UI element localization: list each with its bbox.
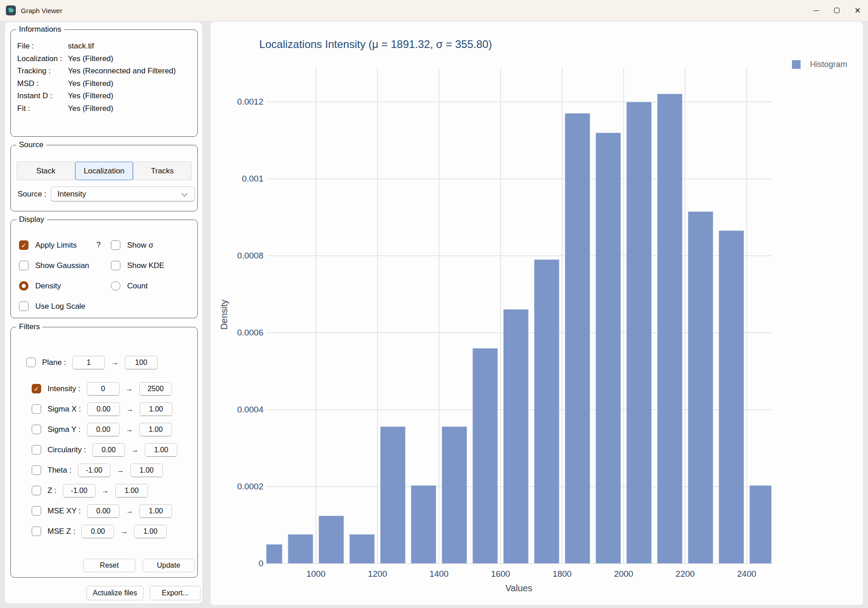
apply-limits-checkbox[interactable]: ✓ — [19, 240, 29, 250]
chart-title: Localizations Intensity (μ = 1891.32, σ … — [210, 38, 541, 51]
plane-min-input[interactable] — [72, 356, 105, 369]
msez-min-input[interactable] — [81, 525, 114, 538]
source-dropdown[interactable]: Intensity — [51, 187, 195, 201]
maximize-button[interactable] — [826, 0, 847, 21]
apply-limits-option[interactable]: ✓ Apply Limits — [19, 240, 77, 250]
source-select-label: Source : — [18, 187, 46, 201]
sigmax-max-input[interactable] — [140, 402, 172, 416]
intensity-min-input[interactable] — [87, 382, 119, 396]
sigmax-filter-label: Sigma X : — [48, 405, 81, 414]
range-arrow: → — [111, 359, 119, 367]
maximize-icon — [834, 8, 839, 13]
filters-group-title: Filters — [16, 322, 43, 331]
theta-min-input[interactable] — [78, 464, 110, 477]
msexy-filter-checkbox[interactable]: ✓ — [32, 506, 41, 516]
info-row-label: MSD : — [17, 77, 68, 90]
intensity-filter-checkbox[interactable]: ✓ — [32, 384, 41, 393]
circularity-max-input[interactable] — [145, 443, 177, 457]
histogram-bar — [534, 259, 559, 564]
show-gaussian-checkbox[interactable]: ✓ — [19, 261, 29, 270]
count-option[interactable]: Count — [111, 281, 148, 291]
window-controls: ✕ — [806, 0, 868, 21]
apply-limits-help[interactable]: ? — [96, 240, 100, 249]
filter-row-msexy: ✓MSE XY :→ — [32, 504, 172, 518]
display-group: Display ✓ Apply Limits ? ✓ Show σ ✓ Show… — [10, 220, 198, 318]
histogram-bar — [688, 211, 713, 564]
z-min-input[interactable] — [63, 484, 95, 498]
histogram-bar — [749, 485, 772, 564]
use-log-scale-label: Use Log Scale — [35, 302, 86, 311]
show-sigma-label: Show σ — [127, 241, 153, 250]
circularity-filter-checkbox[interactable]: ✓ — [32, 445, 41, 455]
gridline-x-1000 — [315, 68, 316, 564]
show-gaussian-option[interactable]: ✓ Show Gaussian — [19, 261, 89, 270]
show-kde-option[interactable]: ✓ Show KDE — [111, 261, 164, 270]
informations-group-title: Informations — [16, 25, 64, 34]
sigmay-min-input[interactable] — [87, 423, 119, 436]
msez-filter-checkbox[interactable]: ✓ — [32, 527, 41, 536]
filter-row-z: ✓Z :→ — [32, 484, 148, 498]
sigmax-min-input[interactable] — [87, 402, 120, 416]
window-title: Graph Viewer — [21, 7, 62, 14]
use-log-scale-checkbox[interactable]: ✓ — [19, 302, 29, 311]
update-button[interactable]: Update — [143, 559, 195, 572]
info-row-value: stack.tif — [68, 40, 94, 53]
filter-row-sigmay: ✓Sigma Y :→ — [32, 422, 172, 436]
theta-filter-checkbox[interactable]: ✓ — [32, 465, 41, 475]
density-option[interactable]: Density — [19, 281, 61, 291]
z-max-input[interactable] — [115, 484, 148, 498]
x-tick-label: 1400 — [419, 569, 459, 579]
sigmay-filter-checkbox[interactable]: ✓ — [32, 425, 41, 434]
source-tab-stack[interactable]: Stack — [17, 162, 75, 180]
gridline-x-2400 — [746, 68, 747, 564]
sigmax-filter-checkbox[interactable]: ✓ — [32, 404, 41, 414]
gridline-x-2000 — [623, 68, 624, 564]
reset-button[interactable]: Reset — [83, 559, 135, 572]
check-icon: ✓ — [21, 242, 27, 249]
sigmay-max-input[interactable] — [139, 423, 172, 436]
sidebar: Informations File :stack.tifLocalization… — [5, 22, 203, 604]
legend-label: Histogram — [810, 60, 847, 69]
actualize-files-button[interactable]: Actualize files — [86, 586, 143, 600]
info-row: Fit :Yes (Filtered) — [17, 102, 193, 115]
x-tick-label: 1000 — [296, 569, 336, 579]
source-tab-localization[interactable]: Localization — [75, 162, 134, 180]
density-radio[interactable] — [19, 281, 29, 291]
info-row-label: Localization : — [17, 53, 68, 65]
export-button[interactable]: Export... — [150, 586, 200, 600]
source-tab-tracks[interactable]: Tracks — [133, 162, 191, 180]
filter-row-msez: ✓MSE Z :→ — [32, 524, 167, 538]
info-row-value: Yes (Filtered) — [68, 90, 113, 102]
z-filter-label: Z : — [48, 486, 57, 495]
z-filter-checkbox[interactable]: ✓ — [32, 486, 41, 495]
intensity-max-input[interactable] — [139, 382, 172, 396]
count-radio[interactable] — [111, 281, 120, 291]
plane-max-input[interactable] — [125, 356, 157, 369]
plane-filter-checkbox[interactable]: ✓ — [26, 358, 36, 367]
show-sigma-option[interactable]: ✓ Show σ — [111, 240, 153, 250]
minimize-button[interactable] — [806, 0, 826, 21]
sigmay-filter-label: Sigma Y : — [48, 425, 81, 434]
source-group: Source StackLocalizationTracks Source : … — [10, 145, 198, 211]
range-arrow: → — [126, 426, 133, 434]
range-arrow: → — [126, 385, 133, 393]
info-row: File :stack.tif — [17, 40, 193, 53]
legend-swatch — [792, 60, 801, 69]
circularity-min-input[interactable] — [92, 443, 125, 457]
info-row: Instant D :Yes (Filtered) — [17, 90, 193, 102]
msez-max-input[interactable] — [134, 525, 167, 538]
range-arrow: → — [126, 507, 133, 515]
show-sigma-checkbox[interactable]: ✓ — [111, 240, 120, 250]
x-tick-label: 1800 — [542, 569, 582, 579]
msexy-max-input[interactable] — [139, 504, 172, 518]
info-row: Localization :Yes (Filtered) — [17, 53, 193, 65]
show-kde-checkbox[interactable]: ✓ — [111, 261, 120, 270]
y-tick-label: 0.0004 — [214, 405, 263, 415]
use-log-scale-option[interactable]: ✓ Use Log Scale — [19, 302, 86, 311]
theta-max-input[interactable] — [130, 464, 163, 477]
histogram-bar — [719, 230, 744, 564]
msexy-min-input[interactable] — [87, 504, 119, 518]
check-icon: ✓ — [34, 385, 39, 393]
x-tick-label: 1200 — [357, 569, 398, 579]
close-button[interactable]: ✕ — [847, 0, 868, 21]
